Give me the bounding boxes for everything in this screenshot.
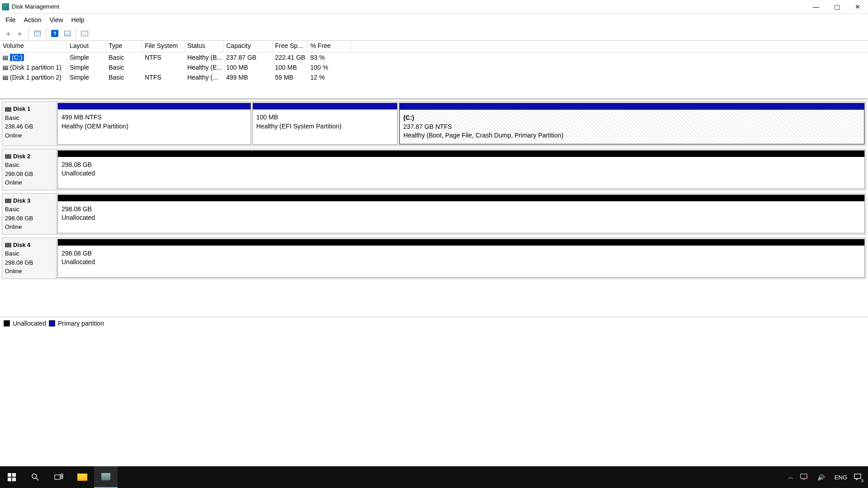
refresh-button[interactable] <box>32 28 43 39</box>
partition-area: 298.08 GBUnallocated <box>57 149 866 190</box>
disk-info[interactable]: Disk 2Basic298.08 GBOnline <box>2 149 57 190</box>
cell-capacity: 499 MB <box>223 74 272 81</box>
partition[interactable]: 499 MB NTFSHealthy (OEM Partition) <box>57 103 251 145</box>
legend: Unallocated Primary partition <box>0 317 868 329</box>
partition-body: 298.08 GBUnallocated <box>58 157 864 189</box>
cell-capacity: 237.87 GB <box>223 54 272 61</box>
tray-notifications-icon[interactable]: 3 <box>854 473 862 482</box>
tray-network-icon[interactable]: ✕ <box>800 474 811 481</box>
toolbar-separator <box>76 28 76 39</box>
volume-row[interactable]: (C:)SimpleBasicNTFSHealthy (B...237.87 G… <box>0 52 868 62</box>
partition-color-bar <box>58 195 864 201</box>
volume-row[interactable]: (Disk 1 partition 2)SimpleBasicNTFSHealt… <box>0 72 868 82</box>
svg-rect-2 <box>8 478 11 481</box>
settings-button[interactable] <box>79 28 90 39</box>
volume-row[interactable]: (Disk 1 partition 1)SimpleBasicHealthy (… <box>0 62 868 72</box>
column-headers: Volume Layout Type File System Status Ca… <box>0 41 868 52</box>
cell-capacity: 100 MB <box>223 64 272 71</box>
partition-area: 298.08 GBUnallocated <box>57 194 866 234</box>
partition-color-bar <box>399 103 864 109</box>
maximize-button[interactable]: ▢ <box>826 0 847 14</box>
partition[interactable]: 298.08 GBUnallocated <box>57 194 865 233</box>
cell-pfree: 12 % <box>308 74 351 81</box>
help-button[interactable]: ? <box>49 28 61 39</box>
partition[interactable]: 100 MBHealthy (EFI System Partition) <box>252 103 398 145</box>
partition[interactable]: (C:)237.87 GB NTFSHealthy (Boot, Page Fi… <box>399 103 865 145</box>
legend-unallocated: Unallocated <box>13 320 46 327</box>
col-layout[interactable]: Layout <box>67 41 106 52</box>
cell-layout: Simple <box>67 54 106 61</box>
col-type[interactable]: Type <box>106 41 142 52</box>
cell-pfree: 93 % <box>308 54 351 61</box>
menubar: File Action View Help <box>0 14 868 26</box>
disk-icon <box>5 199 11 203</box>
disk-info[interactable]: Disk 3Basic298.08 GBOnline <box>2 194 57 234</box>
cell-free: 100 MB <box>272 64 308 71</box>
disk-graphical-view[interactable]: Disk 1Basic238.46 GBOnline499 MB NTFSHea… <box>0 99 868 317</box>
toolbar-separator <box>28 28 29 39</box>
col-freespace[interactable]: Free Sp... <box>272 41 308 52</box>
minimize-button[interactable]: — <box>806 0 826 14</box>
tray-language[interactable]: ENG <box>835 474 847 481</box>
col-volume[interactable]: Volume <box>0 41 67 52</box>
cell-status: Healthy (B... <box>185 54 223 61</box>
cell-free: 59 MB <box>272 74 308 81</box>
cell-status: Healthy (... <box>185 74 223 81</box>
notification-count: 3 <box>861 479 863 483</box>
disk-management-taskbar-button[interactable] <box>94 466 118 488</box>
tray-volume-icon[interactable]: 🔊✕ <box>817 474 828 481</box>
partition[interactable]: 298.08 GBUnallocated <box>57 150 865 189</box>
cell-type: Basic <box>106 64 142 71</box>
back-button[interactable]: ◄ <box>2 28 14 39</box>
cell-fs: NTFS <box>142 54 185 61</box>
cell-type: Basic <box>106 74 142 81</box>
menu-action[interactable]: Action <box>20 14 46 25</box>
cell-volume: (Disk 1 partition 1) <box>0 64 67 71</box>
tray-chevron-icon[interactable]: ︿ <box>788 473 794 481</box>
forward-button[interactable]: ► <box>14 28 26 39</box>
properties-button[interactable] <box>62 28 73 39</box>
menu-help[interactable]: Help <box>68 14 89 25</box>
file-explorer-button[interactable] <box>71 466 94 488</box>
col-status[interactable]: Status <box>185 41 223 52</box>
search-button[interactable] <box>24 466 47 488</box>
menu-file[interactable]: File <box>2 14 20 25</box>
partition-color-bar <box>58 151 864 157</box>
close-button[interactable]: ✕ <box>847 0 868 14</box>
svg-rect-8 <box>61 477 63 479</box>
swatch-primary <box>49 320 55 327</box>
taskview-button[interactable] <box>47 466 71 488</box>
partition-area: 298.08 GBUnallocated <box>57 238 866 279</box>
disk-icon <box>5 243 11 247</box>
system-tray: ︿ ✕ 🔊✕ ENG 3 <box>788 473 868 482</box>
disk-info[interactable]: Disk 1Basic238.46 GBOnline <box>2 102 57 146</box>
svg-rect-6 <box>55 475 60 479</box>
disk-row: Disk 1Basic238.46 GBOnline499 MB NTFSHea… <box>2 101 866 146</box>
col-capacity[interactable]: Capacity <box>223 41 272 52</box>
disk-icon <box>5 107 11 112</box>
cell-free: 222.41 GB <box>272 54 308 61</box>
disk-row: Disk 4Basic298.08 GBOnline298.08 GBUnall… <box>2 237 866 279</box>
partition-body: 298.08 GBUnallocated <box>58 201 864 233</box>
partition-color-bar <box>58 103 251 109</box>
partition[interactable]: 298.08 GBUnallocated <box>57 239 865 278</box>
start-button[interactable] <box>0 466 24 488</box>
svg-rect-11 <box>854 474 861 479</box>
app-icon <box>2 3 9 10</box>
col-percentfree[interactable]: % Free <box>308 41 351 52</box>
cell-volume: (C:) <box>0 54 67 61</box>
menu-view[interactable]: View <box>46 14 67 25</box>
svg-rect-3 <box>12 478 16 481</box>
cell-status: Healthy (E... <box>185 64 223 71</box>
cell-volume: (Disk 1 partition 2) <box>0 74 67 81</box>
col-filesystem[interactable]: File System <box>142 41 185 52</box>
svg-rect-7 <box>61 474 63 476</box>
disk-info[interactable]: Disk 4Basic298.08 GBOnline <box>2 238 57 279</box>
status-bar <box>0 329 868 338</box>
partition-color-bar <box>253 103 397 109</box>
volume-list: Volume Layout Type File System Status Ca… <box>0 41 868 99</box>
legend-primary: Primary partition <box>58 320 104 327</box>
svg-rect-0 <box>8 473 11 477</box>
svg-line-5 <box>36 478 38 480</box>
cell-type: Basic <box>106 54 142 61</box>
